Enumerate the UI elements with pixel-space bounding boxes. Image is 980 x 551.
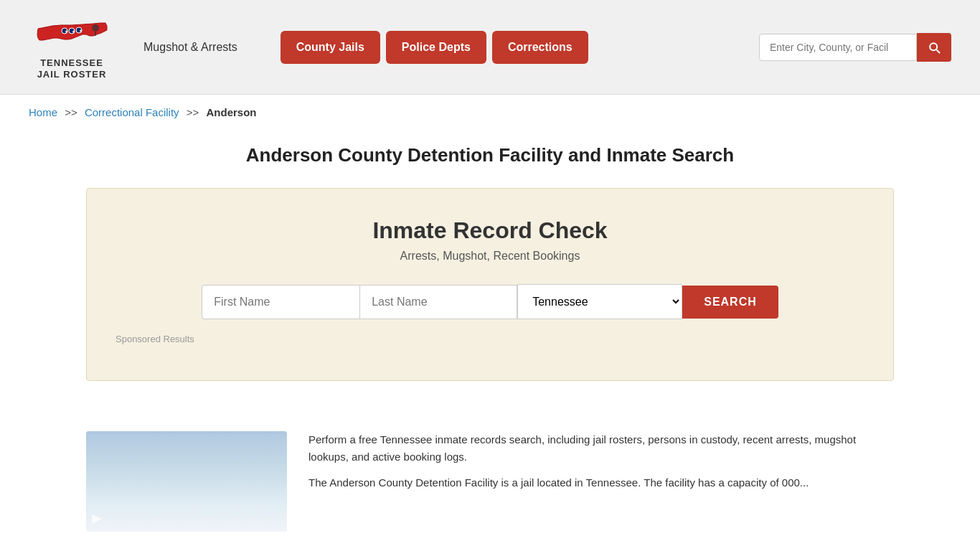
sponsored-results: Sponsored Results [116, 334, 864, 344]
logo-area: ★ ★ ★ TENNESSEE JAIL ROSTER [29, 14, 115, 80]
svg-point-6 [92, 24, 99, 32]
page-title: Anderson County Detention Facility and I… [29, 144, 951, 166]
breadcrumb-correctional-link[interactable]: Correctional Facility [85, 106, 179, 118]
header: ★ ★ ★ TENNESSEE JAIL ROSTER Mugshot & Ar… [0, 0, 980, 95]
state-select[interactable]: AlabamaAlaskaArizonaArkansasCaliforniaCo… [517, 284, 682, 319]
content-section: Perform a free Tennessee inmate records … [0, 410, 980, 551]
nav-buttons: County Jails Police Depts Corrections [281, 31, 588, 64]
police-depts-button[interactable]: Police Depts [386, 31, 486, 64]
logo-text: TENNESSEE JAIL ROSTER [37, 57, 107, 80]
page-title-section: Anderson County Detention Facility and I… [0, 130, 980, 188]
svg-text:★: ★ [65, 29, 68, 34]
breadcrumb-current: Anderson [206, 106, 256, 118]
tennessee-logo: ★ ★ ★ [32, 14, 111, 57]
content-image [86, 431, 287, 532]
first-name-input[interactable] [202, 285, 359, 319]
content-paragraph-1: Perform a free Tennessee inmate records … [308, 431, 894, 466]
inmate-search-form: AlabamaAlaskaArizonaArkansasCaliforniaCo… [116, 284, 864, 319]
header-search-area [759, 33, 951, 62]
county-jails-button[interactable]: County Jails [281, 31, 380, 64]
record-check-box: Inmate Record Check Arrests, Mugshot, Re… [86, 188, 894, 381]
header-search-input[interactable] [759, 34, 917, 61]
content-paragraph-2: The Anderson County Detention Facility i… [308, 474, 894, 491]
svg-text:★: ★ [72, 29, 75, 34]
breadcrumb-home-link[interactable]: Home [29, 106, 57, 118]
breadcrumb-separator-1: >> [65, 106, 77, 118]
svg-text:★: ★ [79, 29, 83, 33]
header-search-button[interactable] [917, 33, 951, 62]
last-name-input[interactable] [359, 285, 517, 319]
record-check-title: Inmate Record Check [116, 217, 864, 244]
breadcrumb-separator-2: >> [187, 106, 199, 118]
mugshot-arrests-link[interactable]: Mugshot & Arrests [143, 41, 237, 54]
record-check-subtitle: Arrests, Mugshot, Recent Bookings [116, 250, 864, 263]
breadcrumb: Home >> Correctional Facility >> Anderso… [0, 95, 980, 130]
search-icon [927, 40, 941, 55]
content-text: Perform a free Tennessee inmate records … [308, 431, 894, 500]
inmate-search-button[interactable]: SEARCH [682, 286, 778, 319]
corrections-button[interactable]: Corrections [492, 31, 588, 64]
main-content: Perform a free Tennessee inmate records … [0, 395, 980, 551]
